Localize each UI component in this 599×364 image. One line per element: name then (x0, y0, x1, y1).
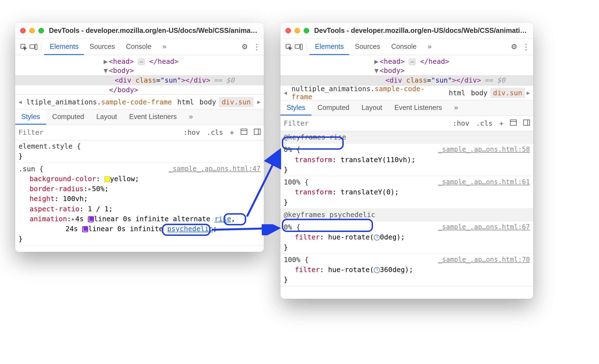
breadcrumb-next-icon[interactable]: ▶ (256, 99, 262, 105)
subtab-styles[interactable]: Styles (15, 109, 46, 125)
sidebar-toggle-icon[interactable] (251, 128, 264, 136)
source-link[interactable]: _sample_.ap…ons.html:67 (438, 222, 530, 232)
cls-button[interactable]: .cls (203, 128, 227, 136)
breadcrumb-next-icon[interactable]: ▶ (525, 89, 532, 96)
ellipsis-icon[interactable]: ⋯ (409, 59, 416, 65)
close-icon[interactable] (285, 28, 291, 33)
separator (306, 42, 307, 52)
breadcrumb-prev-icon[interactable]: ◀ (282, 89, 289, 96)
ellipsis-icon[interactable]: ⋯ (138, 59, 145, 65)
source-link[interactable]: _sample_.ap…ons.html:47 (169, 164, 261, 174)
tab-elements[interactable]: Elements (309, 39, 349, 55)
breadcrumb-prev-icon[interactable]: ◀ (17, 99, 23, 105)
computed-toggle-icon[interactable] (237, 128, 251, 136)
styles-pane[interactable]: @keyframes rise _sample_.ap…ons.html:58 … (280, 131, 533, 299)
devtools-window-left: DevTools - developer.mozilla.org/en-US/d… (15, 23, 264, 252)
prop-transform[interactable]: transform: translateY(0); (284, 187, 530, 197)
prop-height[interactable]: height: 100vh; (19, 194, 261, 204)
zoom-icon[interactable] (38, 28, 44, 33)
dom-body-close[interactable]: </body> (109, 86, 138, 94)
crumb-file[interactable]: nultiple_animations.sample-code-frame (289, 84, 446, 102)
svg-rect-6 (295, 45, 300, 48)
subtab-computed[interactable]: Computed (46, 109, 90, 125)
source-link[interactable]: _sample_.ap…ons.html:61 (438, 177, 530, 187)
settings-icon[interactable]: ⚙ (241, 43, 248, 51)
color-swatch-icon[interactable] (104, 176, 110, 182)
keyframe-link-psychedelic[interactable]: psychedelic (167, 225, 213, 233)
breadcrumb: ◀ ltiple_animations.sample-code-frame ht… (15, 94, 264, 109)
cls-button[interactable]: .cls (473, 119, 496, 127)
add-rule-button[interactable]: + (496, 119, 507, 127)
settings-icon[interactable]: ⚙ (511, 43, 517, 51)
sun-selector[interactable]: .sun { (19, 165, 43, 173)
crumb-file[interactable]: ltiple_animations.sample-code-frame (23, 97, 175, 107)
computed-toggle-icon[interactable] (507, 119, 520, 127)
tab-console[interactable]: Console (120, 39, 157, 55)
source-link[interactable]: _sample_.ap…ons.html:58 (438, 145, 530, 154)
subtab-event-listeners[interactable]: Event Listeners (123, 109, 183, 125)
tab-overflow-icon[interactable]: » (157, 39, 172, 55)
easing-icon[interactable] (82, 226, 88, 232)
subtab-computed[interactable]: Computed (311, 100, 355, 115)
prop-border-radius[interactable]: border-radius:▸50%; (19, 184, 261, 194)
dom-tree[interactable]: ▶<head> ⋯ </head> ▼<body> <div class="su… (15, 55, 264, 94)
inspect-icon[interactable] (19, 43, 28, 51)
keyframes-psychedelic-header[interactable]: @keyframes psychedelic (280, 209, 533, 221)
tab-sources[interactable]: Sources (84, 39, 120, 55)
add-rule-button[interactable]: + (227, 128, 237, 136)
prop-transform[interactable]: transform: translateY(110vh); (284, 155, 530, 165)
tab-sources[interactable]: Sources (349, 39, 386, 55)
subtab-overflow-icon[interactable]: » (183, 109, 199, 125)
easing-icon[interactable] (88, 216, 94, 222)
device-icon[interactable] (28, 44, 38, 50)
prop-animation-line2[interactable]: 24s linear 0s infinite psychedelic; (19, 224, 261, 234)
tab-elements[interactable]: Elements (44, 39, 84, 55)
keyframes-rise-header[interactable]: @keyframes rise (280, 131, 533, 144)
close-icon[interactable] (20, 28, 26, 33)
crumb-body[interactable]: body (197, 97, 219, 107)
prop-filter[interactable]: filter: hue-rotate(0deg); (284, 232, 530, 242)
subtab-overflow-icon[interactable]: » (448, 100, 464, 115)
zoom-icon[interactable] (304, 28, 309, 33)
hov-button[interactable]: :hov (450, 119, 473, 127)
tab-console[interactable]: Console (386, 39, 422, 55)
dom-head[interactable]: <head> (380, 57, 404, 65)
element-style-selector[interactable]: element.style { (19, 142, 81, 150)
subtab-styles[interactable]: Styles (280, 100, 311, 115)
angle-icon[interactable] (374, 234, 380, 241)
minimize-icon[interactable] (29, 28, 35, 33)
more-icon[interactable]: ⋮ (253, 42, 261, 51)
dom-head[interactable]: <head> (109, 57, 134, 65)
prop-aspect-ratio[interactable]: aspect-ratio: 1 / 1; (19, 204, 261, 214)
tab-overflow-icon[interactable]: » (422, 39, 437, 55)
crumb-html[interactable]: html (175, 97, 197, 107)
sidebar-toggle-icon[interactable] (520, 119, 533, 127)
prop-filter[interactable]: filter: hue-rotate(360deg); (284, 265, 530, 275)
styles-pane[interactable]: element.style { } _sample_.ap…ons.html:4… (15, 140, 264, 252)
angle-icon[interactable] (374, 267, 380, 273)
styles-subtabs: Styles Computed Layout Event Listeners » (280, 100, 533, 116)
device-icon[interactable] (294, 44, 304, 50)
dom-body[interactable]: <body> (380, 67, 404, 75)
dom-selected-node[interactable]: <div class="sun"></div>== $0 (15, 75, 264, 85)
crumb-html[interactable]: html (446, 88, 468, 98)
crumb-body[interactable]: body (468, 88, 490, 98)
prop-animation[interactable]: animation:▸4s linear 0s infinite alterna… (19, 214, 261, 224)
more-icon[interactable]: ⋮ (522, 42, 530, 51)
keyframe-link-rise[interactable]: rise (214, 215, 231, 223)
crumb-div-sun[interactable]: div.sun (490, 88, 525, 98)
filter-input[interactable] (280, 119, 450, 127)
separator (41, 42, 41, 52)
dom-body[interactable]: <body> (109, 67, 134, 75)
crumb-div-sun[interactable]: div.sun (219, 97, 253, 107)
subtab-layout[interactable]: Layout (90, 109, 123, 125)
hov-button[interactable]: :hov (180, 128, 203, 136)
filter-input[interactable] (15, 128, 180, 136)
source-link[interactable]: _sample_.ap…ons.html:70 (438, 255, 530, 265)
inspect-icon[interactable] (284, 43, 294, 51)
dom-tree[interactable]: ▶<head> ⋯ </head> ▼<body> ⋯<div class="s… (280, 55, 533, 85)
prop-background-color[interactable]: background-color: yellow; (19, 174, 261, 184)
subtab-layout[interactable]: Layout (355, 100, 388, 115)
minimize-icon[interactable] (295, 28, 300, 33)
subtab-event-listeners[interactable]: Event Listeners (388, 100, 448, 115)
